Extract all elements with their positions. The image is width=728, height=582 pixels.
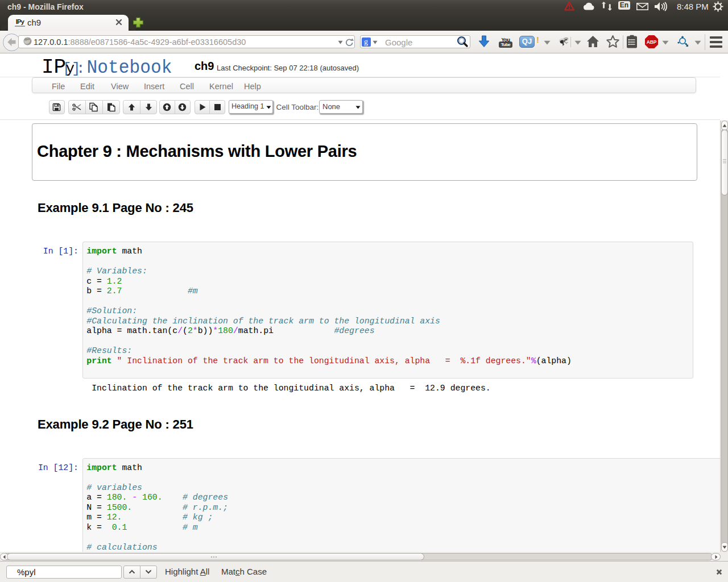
svg-text:ABP: ABP [647,39,657,45]
svg-text:Notebook: Notebook [87,57,172,78]
svg-text::: : [76,60,85,77]
